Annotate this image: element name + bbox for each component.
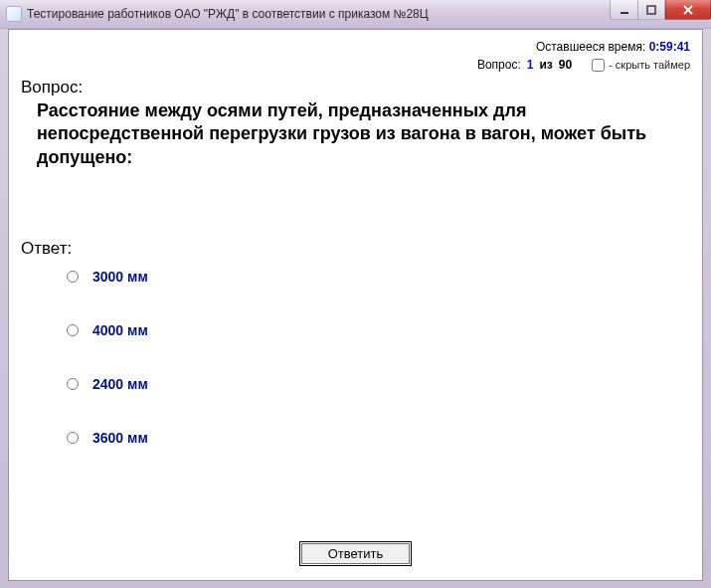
hide-timer-checkbox[interactable] [592,59,605,72]
question-total: 90 [559,58,572,72]
close-icon [682,4,694,16]
minimize-icon [620,5,629,15]
answer-radio[interactable] [67,432,79,444]
answer-option[interactable]: 3000 мм [67,269,690,285]
remaining-time-label: Оставшееся время: [536,40,645,54]
answer-radio[interactable] [67,324,79,336]
svg-rect-0 [621,12,628,14]
answer-option[interactable]: 4000 мм [67,322,690,338]
answer-list: 3000 мм 4000 мм 2400 мм 3600 мм [67,269,690,446]
hide-timer-label: - скрыть таймер [609,59,690,71]
answer-heading: Ответ: [21,239,690,259]
maximize-icon [646,5,656,15]
question-counter-row: Вопрос: 1 из 90 - скрыть таймер [21,58,690,72]
application-window: Тестирование работников ОАО "РЖД" в соот… [0,0,711,588]
question-current: 1 [527,58,534,72]
titlebar[interactable]: Тестирование работников ОАО "РЖД" в соот… [0,0,711,29]
hide-timer-toggle[interactable]: - скрыть таймер [592,59,690,72]
minimize-button[interactable] [610,0,637,20]
question-of: из [539,58,552,72]
answer-text: 2400 мм [92,376,148,392]
window-title: Тестирование работников ОАО "РЖД" в соот… [27,7,610,21]
submit-button[interactable]: Ответить [301,543,411,564]
answer-text: 3000 мм [92,269,148,285]
remaining-time-value: 0:59:41 [649,40,690,54]
maximize-button[interactable] [637,0,665,20]
question-text: Расстояние между осями путей, предназнач… [37,99,684,169]
answer-option[interactable]: 2400 мм [67,376,690,392]
window-controls [610,0,711,28]
answer-text: 3600 мм [92,430,148,446]
svg-rect-1 [647,6,655,14]
remaining-time-row: Оставшееся время: 0:59:41 [21,40,690,54]
client-area: Оставшееся время: 0:59:41 Вопрос: 1 из 9… [8,29,703,581]
app-icon [6,6,22,22]
answer-option[interactable]: 3600 мм [67,430,690,446]
submit-row: Ответить [9,543,702,564]
answer-text: 4000 мм [92,322,148,338]
answer-radio[interactable] [67,271,79,283]
question-counter-label: Вопрос: [477,58,521,72]
question-heading: Вопрос: [21,78,690,98]
answer-radio[interactable] [67,378,79,390]
close-button[interactable] [665,0,711,20]
